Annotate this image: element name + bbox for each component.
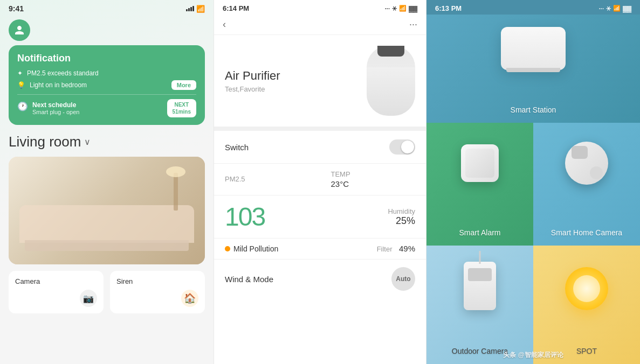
chevron-down-icon: ∨ [84,137,91,147]
status-icons-2: ··· ⚹ 📶 ▓▓ [385,5,417,12]
smart-camera-image [565,142,608,185]
panel-home: 9:41 📶 Notification ✦ PM2.5 exceeds stan… [0,0,214,364]
purifier-image [367,46,415,116]
pollution-badge: Mild Pollution [225,244,278,253]
device-cards: Camera 📷 Siren 🏠 [9,271,205,313]
sofa-shape [19,205,194,243]
device-card-siren[interactable]: Siren 🏠 [110,271,205,313]
smart-station-image [501,27,566,70]
smart-alarm-image [461,144,499,182]
switch-label: Switch [225,143,249,152]
lamp-pole [174,173,178,211]
clock-icon: 🕐 [17,101,28,111]
spot-image [565,267,608,310]
device-cell-spot[interactable]: SPOT [533,246,640,364]
next-badge: NEXT 51mins [167,99,196,117]
more-button[interactable]: More [171,80,196,90]
switch-row: Switch [214,131,426,164]
outdoor-camera-image [464,262,496,310]
toggle-thumb [401,141,414,153]
temp-value: 23°C [331,179,416,188]
living-room-section: Living room ∨ Camera 📷 Siren [0,134,214,313]
smart-station-label: Smart Station [511,106,556,114]
wifi-icon-2: 📶 [399,5,407,12]
pm-icon: ✦ [17,69,23,77]
wind-label: Wind & Mode [225,275,273,284]
device-card-camera[interactable]: Camera 📷 [9,271,104,313]
more-button-2[interactable]: ··· [409,19,417,30]
camera-icon-container: 📷 [15,290,97,307]
humidity-block: Humidity 25% [286,207,415,227]
living-room-label: Living room [9,134,81,150]
panel-device-detail: 6:14 PM ··· ⚹ 📶 ▓▓ ‹ ··· Air Purifier Te… [214,0,426,364]
camera-label: Camera [15,277,97,285]
purifier-card: Air Purifier Test,Favorite [214,35,426,131]
temp-label: TEMP [331,170,416,178]
panel2-nav: ‹ ··· [214,15,426,35]
time-3: 6:13 PM [435,4,462,12]
schedule-text: Next schedule Smart plug - open [32,101,79,115]
siren-label: Siren [116,277,198,285]
notification-card: Notification ✦ PM2.5 exceeds standard 💡 … [9,45,205,125]
purifier-info: Air Purifier Test,Favorite [225,69,358,93]
dots-icon-3: ··· [599,5,604,12]
schedule-label: Next schedule [32,101,79,109]
pm-reading: 103 [225,202,265,232]
humidity-value: 25% [286,215,415,227]
status-icons-1: 📶 [186,5,205,13]
camera-icon: 📷 [80,290,97,307]
schedule-sub: Smart plug - open [32,109,79,115]
living-room-title[interactable]: Living room ∨ [9,134,205,150]
device-grid: Smart Station Smart Alarm Smart Home Cam… [426,0,640,364]
schedule-row: 🕐 Next schedule Smart plug - open NEXT 5… [17,94,196,117]
back-button[interactable]: ‹ [223,19,226,30]
auto-badge[interactable]: Auto [391,267,415,291]
smart-camera-label: Smart Home Camera [551,228,622,237]
pollution-indicator [225,246,230,251]
wind-row: Wind & Mode Auto [214,260,426,298]
notif-item-light: 💡 Light on in bedroom [17,81,87,89]
status-bar-3: 6:13 PM ··· ⚹ 📶 ▓▓ [426,0,640,15]
lamp-shade [166,166,185,177]
sofa-base [25,240,189,251]
battery-2: ▓▓ [409,5,417,12]
switch-toggle[interactable] [389,139,415,155]
watermark: 头条 @智能家居评论 [503,351,563,360]
filter-value: 49% [399,244,415,253]
wifi-icon-1: 📶 [196,5,205,13]
siren-icon-container: 🏠 [116,290,198,307]
wifi-icon-3: 📶 [613,5,621,12]
device-cell-smart-alarm[interactable]: Smart Alarm [426,123,533,246]
purifier-name: Air Purifier [225,69,358,83]
dots-icon: ··· [385,5,390,12]
panel-devices-grid: 6:13 PM ··· ⚹ 📶 ▓▓ Smart Station Smart A… [426,0,640,364]
person-icon [14,25,25,36]
bulb-icon: 💡 [17,81,25,89]
time-2: 6:14 PM [223,4,249,12]
filter-label: Filter [377,245,393,253]
siren-icon: 🏠 [181,290,198,307]
status-bar-2: 6:14 PM ··· ⚹ 📶 ▓▓ [214,0,426,15]
room-image [9,157,205,264]
purifier-subtitle: Test,Favorite [225,85,358,93]
next-time: 51mins [173,108,191,115]
avatar[interactable] [9,19,30,41]
device-cell-outdoor-camera[interactable]: Outdoor Camera [426,246,533,364]
purifier-top-grill [377,46,404,57]
grid-wrapper: 6:13 PM ··· ⚹ 📶 ▓▓ Smart Station Smart A… [426,0,640,364]
device-cell-smart-camera[interactable]: Smart Home Camera [533,123,640,246]
filter-block: Filter 49% [300,244,415,254]
status-bar-1: 9:41 📶 [0,0,214,15]
stats-row: PM2.5 TEMP 23°C [214,164,426,195]
next-label: NEXT [173,101,191,108]
humidity-label: Humidity [286,207,415,215]
bluetooth-icon-3: ⚹ [606,5,611,12]
pollution-row: Mild Pollution Filter 49% [214,239,426,260]
outdoor-camera-label: Outdoor Camera [452,347,508,355]
schedule-left: 🕐 Next schedule Smart plug - open [17,101,79,115]
auto-label: Auto [396,275,410,283]
bluetooth-icon: ⚹ [392,5,397,12]
pollution-label: Mild Pollution [233,244,278,253]
device-cell-smart-station[interactable]: Smart Station [426,0,640,123]
smart-alarm-label: Smart Alarm [459,228,500,237]
